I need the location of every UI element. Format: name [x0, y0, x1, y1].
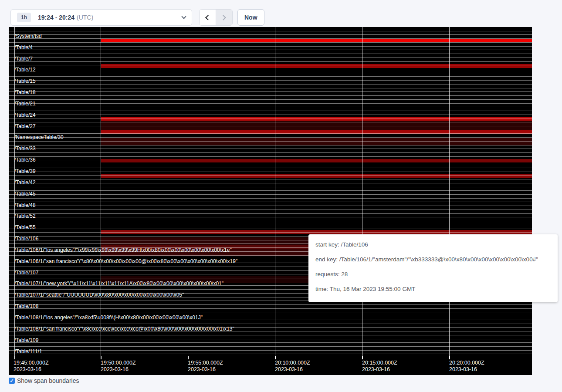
key-label: /Table/48 — [14, 203, 36, 208]
x-axis-tick — [362, 356, 363, 359]
span-boundary-line — [9, 324, 532, 324]
span-boundary-line — [9, 168, 532, 168]
span-boundary-line — [9, 99, 532, 100]
x-axis-label: 20:20:00.000Z 2023-03-16 — [449, 360, 484, 373]
chevron-down-icon — [181, 14, 186, 19]
span-boundary-line — [9, 206, 532, 206]
span-boundary-line — [9, 183, 532, 183]
span-boundary-line — [9, 229, 532, 229]
key-label: /Table/33 — [14, 146, 36, 151]
key-label: /Table/4 — [14, 45, 33, 50]
span-boundary-line — [9, 130, 532, 130]
span-boundary-line — [9, 54, 532, 54]
x-axis-label: 19:50:00.000Z 2023-03-16 — [101, 360, 136, 373]
key-label: /System/tsd — [14, 34, 42, 39]
span-boundary-line — [9, 175, 532, 176]
time-gridline — [188, 27, 188, 356]
range-text: 19:24 - 20:24 — [38, 14, 74, 21]
x-axis-label: 19:55:00.000Z 2023-03-16 — [188, 360, 223, 373]
span-boundary-line — [9, 141, 532, 142]
key-label: /Table/55 — [14, 225, 36, 230]
chevron-left-icon — [205, 15, 211, 20]
checkbox-checked-icon[interactable]: ✓ — [9, 378, 15, 384]
span-boundary-line — [9, 221, 532, 221]
range-duration-badge: 1h — [17, 13, 31, 22]
span-boundary-line — [9, 190, 532, 191]
span-boundary-line — [9, 342, 532, 343]
span-boundary-line — [9, 95, 532, 96]
span-boundary-line — [9, 179, 532, 179]
x-axis-label: 20:15:00.000Z 2023-03-16 — [362, 360, 397, 373]
now-button[interactable]: Now — [237, 9, 264, 26]
span-boundary-line — [9, 312, 532, 312]
show-span-boundaries-toggle[interactable]: ✓ Show span boundaries — [9, 377, 79, 384]
time-range-select[interactable]: 1h 19:24 - 20:24 (UTC) — [10, 9, 192, 26]
key-label: /Table/15 — [14, 78, 36, 84]
key-label: /Table/109 — [14, 338, 38, 343]
key-label: /Table/111/1 — [14, 349, 42, 354]
span-boundary-line — [9, 88, 532, 88]
time-gridline — [449, 27, 450, 356]
span-boundary-line — [9, 80, 532, 81]
span-boundary-line — [9, 164, 532, 164]
span-boundary-line — [9, 210, 532, 210]
x-axis-tick — [14, 356, 15, 359]
span-boundary-line — [9, 335, 532, 335]
span-boundary-line — [9, 225, 532, 225]
key-label: /Table/107 — [14, 270, 38, 275]
time-gridline — [101, 27, 101, 356]
span-boundary-line — [9, 122, 532, 122]
span-boundary-line — [9, 156, 532, 157]
span-boundary-line — [9, 50, 532, 50]
checkbox-label: Show span boundaries — [17, 377, 79, 384]
span-boundary-line — [9, 65, 532, 65]
span-boundary-line — [9, 73, 532, 73]
span-boundary-line — [9, 107, 532, 107]
key-label: /Table/108/1/"los angeles"/"\xa8\xf5\u00… — [14, 315, 203, 320]
key-label: /Table/24 — [14, 112, 36, 118]
span-boundary-line — [9, 137, 532, 138]
span-tooltip: start key: /Table/106 end key: /Table/10… — [308, 234, 558, 302]
key-label: /Table/7 — [14, 56, 33, 61]
heat-band — [101, 174, 532, 178]
span-boundary-line — [9, 57, 532, 58]
key-label: /NamespaceTable/30 — [14, 135, 64, 140]
key-label: /Table/12 — [14, 67, 36, 72]
key-label: /Table/107/1/"new york"/"\x11\x11\x11\x1… — [14, 281, 223, 286]
span-boundary-line — [9, 339, 532, 339]
chevron-right-icon — [220, 15, 226, 20]
span-boundary-line — [9, 217, 532, 217]
span-boundary-line — [9, 31, 532, 31]
key-label: /Table/107/1/"seattle"/"UUUUUUD\x00\x80\… — [14, 292, 184, 297]
key-label: /Table/106/1/"san francisco"/"\x80\x00\x… — [14, 259, 237, 264]
heat-band — [101, 159, 532, 163]
span-boundary-line — [9, 308, 532, 309]
x-axis-label: 19:45:00.000Z 2023-03-16 — [14, 360, 49, 373]
next-range-button[interactable] — [216, 10, 233, 25]
key-label: /Table/36 — [14, 157, 36, 162]
span-boundary-line — [9, 194, 532, 195]
key-visualizer[interactable]: /System/tsd/Table/4/Table/7/Table/12/Tab… — [9, 27, 532, 375]
key-label: /Table/106 — [14, 236, 38, 241]
x-axis-label: 20:10:00.000Z 2023-03-16 — [275, 360, 310, 373]
span-boundary-line — [9, 172, 532, 172]
span-boundary-line — [9, 187, 532, 187]
span-boundary-line — [9, 350, 532, 351]
time-gridline — [362, 27, 362, 356]
tooltip-end-key: end key: /Table/106/1/"amsterdam"/"\xb33… — [315, 252, 551, 267]
span-boundary-line — [9, 38, 532, 39]
key-label: /Table/39 — [14, 169, 36, 174]
heat-band — [101, 117, 532, 121]
key-label: /Table/108/1/"san francisco"/"\x8c\xcc\x… — [14, 326, 234, 331]
x-axis-tick — [188, 356, 189, 359]
span-boundary-line — [9, 152, 532, 153]
span-boundary-line — [9, 198, 532, 199]
key-label: /Table/52 — [14, 213, 36, 219]
key-label: /Table/21 — [14, 101, 36, 106]
span-boundary-line — [9, 304, 532, 305]
previous-range-button[interactable] — [200, 10, 216, 25]
key-label: /Table/108 — [14, 304, 38, 309]
heat-band — [101, 39, 532, 43]
span-boundary-line — [9, 46, 532, 47]
span-boundary-line — [9, 42, 532, 43]
